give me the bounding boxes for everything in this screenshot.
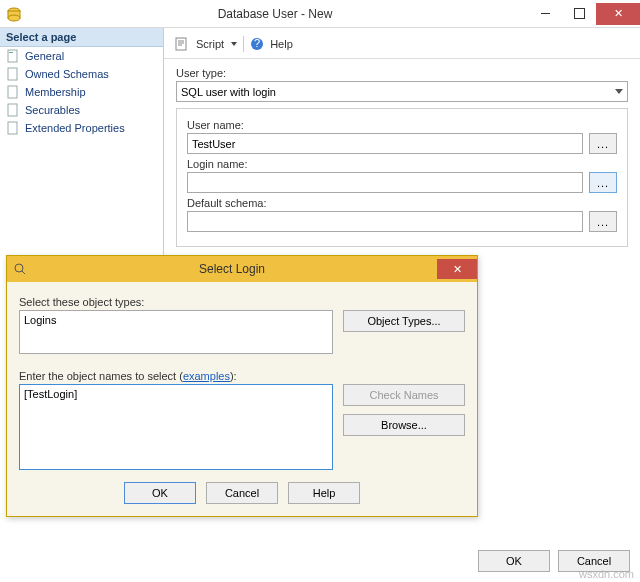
- sidebar-item-owned-schemas[interactable]: Owned Schemas: [0, 65, 163, 83]
- user-fields-group: User name: ... Login name: ... Default s…: [176, 108, 628, 247]
- dialog-ok-button[interactable]: OK: [124, 482, 196, 504]
- object-names-label-suffix: ):: [230, 370, 237, 382]
- script-icon: [174, 36, 190, 52]
- page-icon: [6, 121, 20, 135]
- sidebar-item-label: Membership: [25, 86, 86, 98]
- chevron-down-icon: [615, 89, 623, 94]
- watermark: wsxdn.com: [579, 568, 634, 580]
- default-schema-browse-button[interactable]: ...: [589, 211, 617, 232]
- svg-rect-4: [9, 52, 13, 53]
- select-login-dialog: Select Login ✕ Select these object types…: [6, 255, 478, 517]
- window-title: Database User - New: [22, 7, 528, 21]
- page-icon: [6, 85, 20, 99]
- svg-rect-3: [8, 50, 17, 62]
- examples-link[interactable]: examples: [183, 370, 230, 382]
- svg-rect-5: [8, 68, 17, 80]
- page-icon: [6, 67, 20, 81]
- login-name-label: Login name:: [187, 158, 617, 170]
- svg-rect-6: [8, 86, 17, 98]
- user-name-input[interactable]: [187, 133, 583, 154]
- object-names-label-prefix: Enter the object names to select (: [19, 370, 183, 382]
- ok-button[interactable]: OK: [478, 550, 550, 572]
- help-button[interactable]: Help: [270, 38, 293, 50]
- svg-rect-8: [8, 122, 17, 134]
- toolbar-separator: [243, 36, 244, 52]
- user-type-value: SQL user with login: [181, 86, 276, 98]
- sidebar-item-label: General: [25, 50, 64, 62]
- default-schema-input[interactable]: [187, 211, 583, 232]
- minimize-button[interactable]: [528, 3, 562, 25]
- svg-line-13: [22, 271, 25, 274]
- toolbar: Script ? Help: [164, 34, 640, 59]
- object-names-input[interactable]: [19, 384, 333, 470]
- check-names-button[interactable]: Check Names: [343, 384, 465, 406]
- sidebar-item-general[interactable]: General: [0, 47, 163, 65]
- close-button[interactable]: [596, 3, 640, 25]
- help-icon: ?: [250, 37, 264, 51]
- dialog-help-button[interactable]: Help: [288, 482, 360, 504]
- dialog-title: Select Login: [27, 262, 437, 276]
- user-name-label: User name:: [187, 119, 617, 131]
- sidebar-item-label: Owned Schemas: [25, 68, 109, 80]
- svg-point-12: [15, 264, 23, 272]
- sidebar-item-membership[interactable]: Membership: [0, 83, 163, 101]
- object-types-display: [19, 310, 333, 354]
- sidebar-item-extended-properties[interactable]: Extended Properties: [0, 119, 163, 137]
- svg-rect-7: [8, 104, 17, 116]
- object-types-label: Select these object types:: [19, 296, 465, 308]
- login-name-input[interactable]: [187, 172, 583, 193]
- page-icon: [6, 49, 20, 63]
- svg-text:?: ?: [254, 37, 260, 49]
- default-schema-label: Default schema:: [187, 197, 617, 209]
- user-type-select[interactable]: SQL user with login: [176, 81, 628, 102]
- user-type-label: User type:: [176, 67, 628, 79]
- maximize-button[interactable]: [562, 3, 596, 25]
- object-names-label: Enter the object names to select (exampl…: [19, 370, 465, 382]
- sidebar-heading: Select a page: [0, 28, 163, 47]
- dialog-close-button[interactable]: ✕: [437, 259, 477, 279]
- object-types-button[interactable]: Object Types...: [343, 310, 465, 332]
- page-icon: [6, 103, 20, 117]
- search-icon: [13, 262, 27, 276]
- window-buttons: [528, 3, 640, 25]
- sidebar-item-label: Securables: [25, 104, 80, 116]
- dialog-footer: OK Cancel Help: [7, 482, 477, 516]
- svg-point-2: [8, 15, 20, 21]
- browse-button[interactable]: Browse...: [343, 414, 465, 436]
- svg-rect-9: [176, 38, 186, 50]
- script-dropdown-icon[interactable]: [231, 42, 237, 46]
- dialog-cancel-button[interactable]: Cancel: [206, 482, 278, 504]
- sidebar-item-securables[interactable]: Securables: [0, 101, 163, 119]
- dialog-titlebar: Select Login ✕: [7, 256, 477, 282]
- user-name-browse-button[interactable]: ...: [589, 133, 617, 154]
- script-button[interactable]: Script: [196, 38, 224, 50]
- app-icon: [6, 6, 22, 22]
- login-name-browse-button[interactable]: ...: [589, 172, 617, 193]
- sidebar-item-label: Extended Properties: [25, 122, 125, 134]
- window-titlebar: Database User - New: [0, 0, 640, 28]
